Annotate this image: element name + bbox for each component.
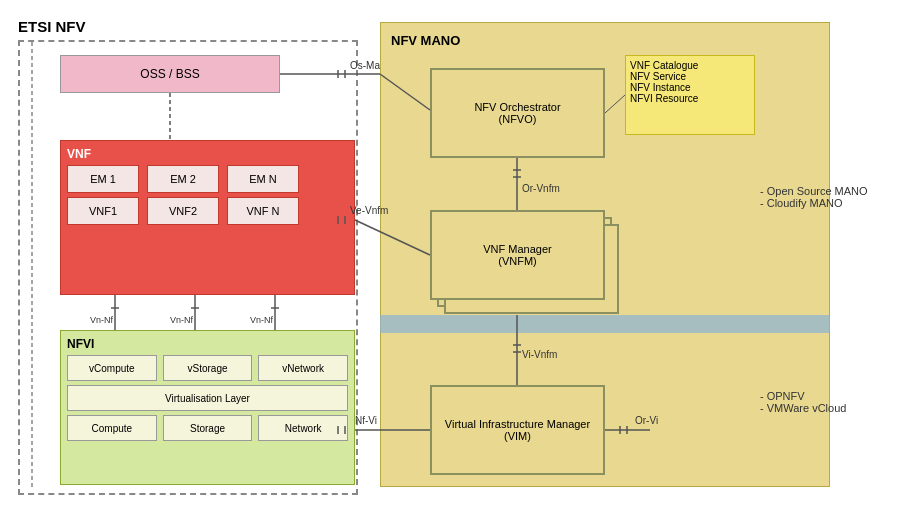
right-text-infra: - OPNFV - VMWare vCloud — [760, 390, 846, 414]
vnfn-box: VNF N — [227, 197, 299, 225]
compute-box: Compute — [67, 415, 157, 441]
vnf-label: VNF — [67, 147, 348, 161]
vnf1-box: VNF1 — [67, 197, 139, 225]
right-line2: - Cloudify MANO — [760, 197, 868, 209]
vim-box: Virtual Infrastructure Manager (VIM) — [430, 385, 605, 475]
catalogue-line3: NFV Instance — [630, 82, 750, 93]
vim-label: Virtual Infrastructure Manager — [445, 418, 590, 430]
blue-band — [380, 315, 830, 333]
storage-box: Storage — [163, 415, 253, 441]
network-box: Network — [258, 415, 348, 441]
right-text-mano: - Open Source MANO - Cloudify MANO — [760, 185, 868, 209]
nfvi-row1: vCompute vStorage vNetwork — [67, 355, 348, 381]
vim-abbr: (VIM) — [445, 430, 590, 442]
vnfm-label: VNF Manager — [483, 243, 551, 255]
nfvi-label: NFVI — [67, 337, 348, 351]
catalogue-line1: VNF Catalogue — [630, 60, 750, 71]
nfvi-row3: Compute Storage Network — [67, 415, 348, 441]
nfvi-outer-box: NFVI vCompute vStorage vNetwork Virtuali… — [60, 330, 355, 485]
vcompute-box: vCompute — [67, 355, 157, 381]
right-line3: - OPNFV — [760, 390, 846, 402]
vnfm-abbr: (VNFM) — [483, 255, 551, 267]
nfvmano-label: NFV MANO — [391, 33, 819, 48]
vnf2-box: VNF2 — [147, 197, 219, 225]
vnfm-box: VNF Manager (VNFM) — [430, 210, 605, 300]
emn-box: EM N — [227, 165, 299, 193]
em2-box: EM 2 — [147, 165, 219, 193]
catalogue-line2: NFV Service — [630, 71, 750, 82]
nfvo-abbr: (NFVO) — [474, 113, 560, 125]
vstorage-box: vStorage — [163, 355, 253, 381]
vnetwork-box: vNetwork — [258, 355, 348, 381]
right-line1: - Open Source MANO — [760, 185, 868, 197]
em-row: EM 1 EM 2 EM N — [67, 165, 348, 193]
svg-text:Nf-Vi: Nf-Vi — [355, 415, 377, 426]
vnf-row: VNF1 VNF2 VNF N — [67, 197, 348, 225]
etsi-title: ETSI NFV — [18, 18, 86, 35]
oss-bss-box: OSS / BSS — [60, 55, 280, 93]
em1-box: EM 1 — [67, 165, 139, 193]
vnf-outer-box: VNF EM 1 EM 2 EM N VNF1 VNF2 VNF N — [60, 140, 355, 295]
catalogue-line4: NFVI Resource — [630, 93, 750, 104]
diagram-container: ETSI NFV OSS / BSS VNF EM 1 EM 2 EM N VN… — [0, 0, 901, 520]
nfvo-box: NFV Orchestrator (NFVO) — [430, 68, 605, 158]
nfvo-label: NFV Orchestrator — [474, 101, 560, 113]
vnf-catalogue-box: VNF Catalogue NFV Service NFV Instance N… — [625, 55, 755, 135]
right-line4: - VMWare vCloud — [760, 402, 846, 414]
virt-layer-box: Virtualisation Layer — [67, 385, 348, 411]
